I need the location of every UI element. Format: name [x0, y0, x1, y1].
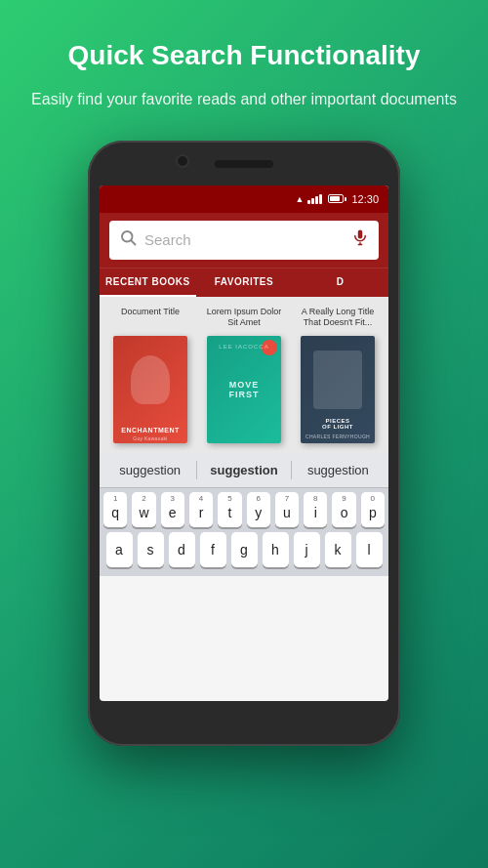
book-cover-title-1: Enchantment: [113, 427, 187, 434]
key-s[interactable]: s: [138, 532, 164, 567]
key-e[interactable]: 3e: [161, 492, 184, 527]
book-title-1: Document Title: [121, 307, 180, 330]
keyboard: 1q 2w 3e 4r 5t 6y 7u 8i 9o 0p a s: [100, 488, 388, 576]
battery-icon: [328, 194, 344, 203]
suggestions-bar: suggestion suggestion suggestion: [100, 453, 388, 488]
book-item-1[interactable]: Document Title Enchantment Guy Kawasaki: [107, 307, 193, 443]
key-g[interactable]: g: [231, 532, 258, 567]
svg-line-1: [131, 240, 135, 244]
tab-recent-books[interactable]: RECENT BOOKS: [100, 269, 196, 297]
key-w[interactable]: 2w: [132, 492, 155, 527]
tabs-bar: RECENT BOOKS FAVORITES D: [100, 268, 388, 297]
book-item-3[interactable]: A Really Long Title That Doesn't Fit... …: [295, 307, 381, 443]
svg-rect-2: [358, 230, 363, 239]
book-title-3: A Really Long Title That Doesn't Fit...: [295, 307, 381, 330]
status-bar: ▲ 12:30: [100, 186, 388, 213]
book-author-overlay-2: Lee Iacocca: [207, 344, 281, 350]
header-section: Quick Search Functionality Easily find y…: [2, 0, 486, 131]
search-box[interactable]: Search: [109, 221, 379, 260]
book-cover-title-3: PIECESOF LIGHT: [301, 418, 375, 430]
key-f[interactable]: f: [200, 532, 226, 567]
status-icons: ▲ 12:30: [296, 193, 379, 205]
status-time: 12:30: [351, 193, 379, 205]
suggestion-1[interactable]: suggestion: [103, 461, 197, 479]
microphone-icon[interactable]: [351, 228, 369, 251]
wifi-icon: ▲: [296, 194, 305, 204]
key-h[interactable]: h: [263, 532, 289, 567]
book-cover-title-2: MOVEFIRST: [207, 380, 281, 399]
key-u[interactable]: 7u: [275, 492, 299, 527]
book-cover-3: PIECESOF LIGHT CHARLES FERNYHOUGH: [301, 336, 375, 443]
phone-screen: ▲ 12:30: [100, 186, 388, 701]
key-row-2: a s d f g h j k l: [103, 532, 385, 567]
key-l[interactable]: l: [356, 532, 383, 567]
book-author-1: Guy Kawasaki: [113, 435, 187, 441]
suggestion-3[interactable]: suggestion: [292, 461, 385, 479]
key-r[interactable]: 4r: [189, 492, 213, 527]
phone-speaker: [215, 160, 273, 168]
key-a[interactable]: a: [106, 532, 133, 567]
key-y[interactable]: 6y: [247, 492, 270, 527]
search-icon: [119, 228, 137, 251]
signal-bars-icon: [307, 194, 322, 204]
page-subtitle: Easily find your favorite reads and othe…: [31, 88, 457, 111]
key-k[interactable]: k: [325, 532, 351, 567]
book-title-2: Lorem Ipsum Dolor Sit Amet: [201, 307, 287, 330]
app-bar: Search: [100, 213, 388, 268]
book-author-3: CHARLES FERNYHOUGH: [301, 434, 375, 439]
key-o[interactable]: 9o: [332, 492, 355, 527]
book-cover-1: Enchantment Guy Kawasaki: [113, 336, 187, 443]
keyboard-area: suggestion suggestion suggestion 1q 2w 3…: [100, 453, 388, 576]
key-p[interactable]: 0p: [361, 492, 385, 527]
key-i[interactable]: 8i: [304, 492, 327, 527]
books-area: Document Title Enchantment Guy Kawasaki …: [100, 297, 388, 453]
book-item-2[interactable]: Lorem Ipsum Dolor Sit Amet Lee Iacocca M…: [201, 307, 287, 443]
key-row-1: 1q 2w 3e 4r 5t 6y 7u 8i 9o 0p: [103, 492, 385, 527]
phone-frame: ▲ 12:30: [88, 141, 400, 746]
key-d[interactable]: d: [169, 532, 195, 567]
key-j[interactable]: j: [294, 532, 320, 567]
suggestion-2[interactable]: suggestion: [197, 461, 291, 479]
key-q[interactable]: 1q: [103, 492, 127, 527]
tab-favorites[interactable]: FAVORITES: [196, 269, 293, 297]
search-placeholder: Search: [144, 231, 344, 248]
phone-mockup: ▲ 12:30: [88, 141, 400, 746]
phone-camera: [176, 154, 189, 168]
book-cover-2: Lee Iacocca MOVEFIRST: [207, 336, 281, 443]
page-title: Quick Search Functionality: [31, 39, 457, 72]
tab-partial[interactable]: D: [292, 269, 388, 297]
key-t[interactable]: 5t: [218, 492, 241, 527]
